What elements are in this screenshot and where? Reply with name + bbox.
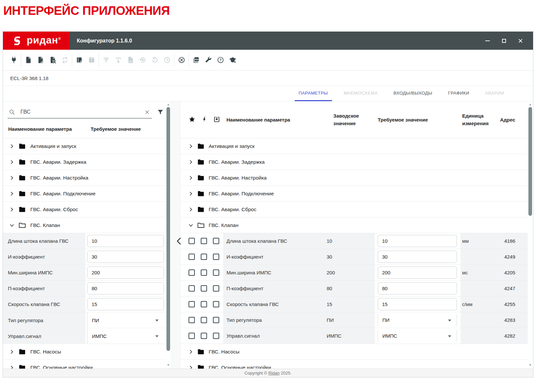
row-checkboxes bbox=[181, 312, 223, 328]
write-checkbox[interactable] bbox=[213, 238, 219, 244]
left-scrollbar-thumb[interactable] bbox=[166, 107, 170, 351]
folder-icon bbox=[197, 349, 204, 355]
write-checkbox[interactable] bbox=[213, 269, 219, 276]
quick-access-checkbox[interactable] bbox=[201, 333, 207, 339]
folder-label: ГВС. Аварии. Сброс bbox=[30, 207, 78, 212]
favorite-star-icon[interactable] bbox=[189, 116, 195, 124]
required-value-cell bbox=[375, 233, 461, 249]
footer: Copyright © Ridan 2025. bbox=[3, 369, 533, 377]
right-scrollbar[interactable]: ▲ ▼ bbox=[528, 101, 532, 369]
filter-icon[interactable] bbox=[157, 109, 164, 117]
favorite-checkbox[interactable] bbox=[189, 317, 195, 323]
required-value-input[interactable] bbox=[378, 282, 457, 294]
maximize-button[interactable] bbox=[501, 38, 507, 43]
ridan-link[interactable]: Ridan bbox=[268, 371, 280, 376]
favorite-checkbox[interactable] bbox=[189, 301, 195, 307]
connect-button[interactable] bbox=[8, 53, 20, 67]
write-config-button[interactable] bbox=[73, 53, 85, 67]
delete-config-button[interactable] bbox=[46, 53, 59, 67]
right-folder-row[interactable]: ГВС. Основные настройки bbox=[181, 360, 528, 369]
close-button[interactable] bbox=[518, 38, 523, 43]
param-input[interactable] bbox=[87, 298, 164, 310]
chevron-right-icon bbox=[189, 207, 193, 212]
new-config-button[interactable] bbox=[22, 53, 34, 67]
required-value-select[interactable]: ИМПС bbox=[378, 330, 457, 342]
tab-входы-выходы[interactable]: ВХОДЫ/ВЫХОДЫ bbox=[390, 86, 436, 101]
required-value-input[interactable] bbox=[378, 235, 457, 247]
scroll-up-icon[interactable]: ▲ bbox=[528, 103, 532, 106]
favorite-checkbox[interactable] bbox=[189, 254, 195, 260]
write-checkbox[interactable] bbox=[213, 254, 219, 260]
lightning-icon[interactable] bbox=[201, 116, 207, 124]
column-required-header: Требуемое значение bbox=[91, 126, 166, 132]
quick-access-checkbox[interactable] bbox=[201, 238, 207, 244]
left-folder-row[interactable]: Активация и запуск bbox=[3, 138, 166, 154]
right-param-row: Длина штока клапана ГВС10мм4186 bbox=[181, 233, 528, 249]
write-checkbox[interactable] bbox=[213, 285, 219, 292]
minimize-button[interactable] bbox=[485, 38, 490, 43]
param-input[interactable] bbox=[87, 282, 164, 294]
required-value-input[interactable] bbox=[378, 266, 457, 279]
param-input[interactable] bbox=[87, 266, 164, 279]
right-folder-row[interactable]: ГВС. Аварии. Настройка bbox=[181, 170, 528, 186]
service-tools-button[interactable] bbox=[202, 53, 214, 67]
tab-графики[interactable]: ГРАФИКИ bbox=[444, 86, 473, 101]
scroll-down-icon[interactable]: ▼ bbox=[528, 363, 532, 367]
right-folder-row[interactable]: ГВС. Клапан bbox=[181, 217, 528, 233]
param-select[interactable]: ИМПС bbox=[87, 328, 164, 344]
favorite-checkbox[interactable] bbox=[189, 333, 195, 339]
right-folder-row[interactable]: ГВС. Насосы bbox=[181, 344, 528, 360]
write-checkbox[interactable] bbox=[213, 333, 219, 339]
search-input[interactable]: ГВС bbox=[8, 106, 152, 119]
right-param-row: Скорость клапана ГВС15с/мм4255 bbox=[181, 296, 528, 312]
training-button[interactable] bbox=[226, 53, 239, 67]
left-folder-row[interactable]: ГВС. Аварии. Сброс bbox=[3, 202, 166, 217]
tab-мнемосхема[interactable]: МНЕМОСХЕМА bbox=[340, 86, 382, 101]
left-folder-row[interactable]: ГВС. Насосы bbox=[3, 344, 166, 360]
right-scrollbar-thumb[interactable] bbox=[528, 107, 532, 216]
help-button[interactable]: ? bbox=[214, 53, 226, 67]
right-folder-row[interactable]: Активация и запуск bbox=[181, 138, 528, 154]
required-value-select[interactable]: ПИ bbox=[378, 314, 457, 326]
right-folder-row[interactable]: ГВС. Аварии. Подключение bbox=[181, 186, 528, 202]
favorite-checkbox[interactable] bbox=[189, 285, 195, 292]
write-checkbox[interactable] bbox=[213, 317, 219, 323]
factory-value-cell: 200 bbox=[327, 265, 375, 280]
right-folder-row[interactable]: ГВС. Аварии. Сброс bbox=[181, 202, 528, 217]
file-edit-icon bbox=[37, 56, 44, 64]
quick-access-checkbox[interactable] bbox=[201, 317, 207, 323]
favorite-checkbox[interactable] bbox=[189, 238, 195, 244]
left-folder-row[interactable]: ГВС. Аварии. Настройка bbox=[3, 170, 166, 186]
folder-label: ГВС. Клапан bbox=[209, 222, 238, 228]
search-area: ГВС bbox=[3, 101, 166, 120]
quick-access-checkbox[interactable] bbox=[201, 269, 207, 276]
cancel-button[interactable] bbox=[175, 53, 188, 67]
left-scrollbar[interactable]: ▲ ▼ bbox=[166, 101, 170, 369]
export-pdf-button[interactable]: PDF bbox=[190, 53, 202, 67]
scroll-up-icon[interactable]: ▲ bbox=[166, 103, 170, 106]
pdf-icon: PDF bbox=[193, 56, 200, 64]
clear-search-icon[interactable] bbox=[144, 109, 150, 115]
left-folder-row[interactable]: ГВС. Основные настройки bbox=[3, 360, 166, 369]
quick-access-checkbox[interactable] bbox=[201, 285, 207, 292]
param-select[interactable]: ПИ bbox=[87, 312, 164, 328]
scroll-down-icon[interactable]: ▼ bbox=[166, 363, 170, 367]
quick-access-checkbox[interactable] bbox=[201, 254, 207, 260]
param-input[interactable] bbox=[87, 235, 164, 247]
favorite-checkbox[interactable] bbox=[189, 269, 195, 276]
write-checkbox[interactable] bbox=[213, 301, 219, 307]
left-folder-row[interactable]: ГВС. Аварии. Подключение bbox=[3, 186, 166, 202]
quick-access-checkbox[interactable] bbox=[201, 301, 207, 307]
tab-параметры[interactable]: ПАРАМЕТРЫ bbox=[295, 86, 332, 101]
right-folder-row[interactable]: ГВС. Аварии. Задержка bbox=[181, 154, 528, 170]
param-input[interactable] bbox=[87, 251, 164, 263]
box-download-icon[interactable] bbox=[213, 116, 220, 124]
required-value-input[interactable] bbox=[378, 298, 457, 310]
collapse-panel-button[interactable] bbox=[176, 237, 182, 245]
tab-аварии[interactable]: АВАРИИ bbox=[481, 86, 508, 101]
tabs-bar: ПАРАМЕТРЫМНЕМОСХЕМАВХОДЫ/ВЫХОДЫГРАФИКИАВ… bbox=[3, 86, 533, 101]
left-folder-row[interactable]: ГВС. Аварии. Задержка bbox=[3, 154, 166, 170]
edit-config-button[interactable] bbox=[34, 53, 46, 67]
required-value-input[interactable] bbox=[378, 251, 457, 263]
left-folder-row[interactable]: ГВС. Клапан bbox=[3, 217, 166, 233]
